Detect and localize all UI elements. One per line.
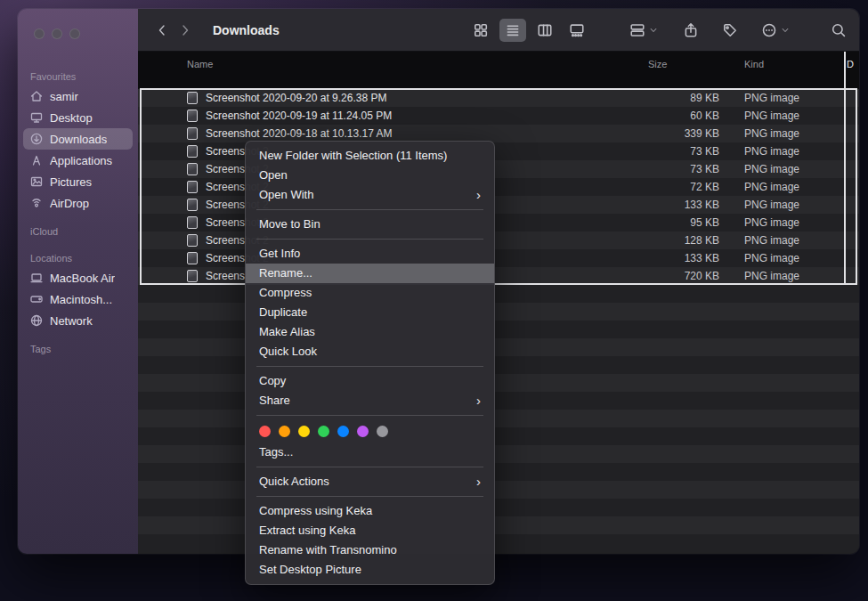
file-thumbnail-icon [187,127,198,140]
menu-item-make-alias[interactable]: Make Alias [246,322,494,342]
tag-color-red-icon[interactable] [259,426,271,437]
file-size: 60 KB [648,110,719,122]
menu-item-label: Set Desktop Picture [259,563,361,577]
menu-item-label: Rename... [259,266,312,280]
file-kind: PNG image [719,199,847,211]
menu-item-move-to-bin[interactable]: Move to Bin [246,215,494,234]
table-row[interactable]: Screenshot 2020-09-18 at 10.13.17 AM339 … [138,125,859,142]
menu-item-quick-actions[interactable]: Quick Actions› [246,472,494,491]
menu-item-tags[interactable]: Tags... [246,443,494,462]
sidebar-item-pictures[interactable]: Pictures [23,171,133,192]
menu-item-get-info[interactable]: Get Info [246,244,494,264]
tag-color-blue-icon[interactable] [337,426,349,437]
gallery-view-icon [569,22,585,38]
file-thumbnail-icon [187,110,198,122]
menu-item-rename[interactable]: Rename... [246,264,494,283]
column-header-kind[interactable]: Kind [719,59,847,69]
file-size: 72 KB [648,181,719,193]
toolbar-actions [467,19,847,42]
zoom-window-button[interactable] [69,28,80,39]
tag-color-orange-icon[interactable] [279,426,290,437]
menu-item-label: Extract using Keka [259,524,355,538]
menu-item-new-folder-with-selection-11-items[interactable]: New Folder with Selection (11 Items) [246,146,494,166]
tag-color-yellow-icon[interactable] [298,426,310,437]
search-icon [831,22,847,38]
sidebar-item-macbook-air[interactable]: MacBook Air [23,267,133,288]
sidebar-item-label: Applications [50,154,112,167]
window-controls [18,28,138,39]
menu-item-quick-look[interactable]: Quick Look [246,342,494,361]
tags-button[interactable] [722,22,738,38]
list-view-icon [505,22,521,38]
table-row[interactable]: Screenshot 2020-09-19 at 11.24.05 PM60 K… [138,107,859,125]
file-kind: PNG image [719,216,847,229]
sidebar: FavouritessamirDesktopDownloadsApplicati… [18,9,138,554]
sidebar-item-label: Desktop [50,111,93,125]
forward-button[interactable] [174,19,197,42]
menu-item-set-desktop-picture[interactable]: Set Desktop Picture [246,560,494,580]
file-size: 95 KB [648,216,719,229]
sidebar-item-downloads[interactable]: Downloads [23,128,133,150]
chevron-right-icon [178,23,192,37]
menu-item-label: Open [259,168,288,183]
columns-view-button[interactable] [531,19,558,42]
tag-color-gray-icon[interactable] [377,426,388,437]
toolbar: Downloads [138,9,859,52]
menu-item-share[interactable]: Share› [246,391,494,410]
chevron-left-icon [155,23,169,37]
file-size: 128 KB [648,234,719,247]
menu-item-open[interactable]: Open [246,166,494,185]
tag-color-purple-icon[interactable] [357,426,369,437]
downloads-icon [29,132,44,146]
grid-view-icon [473,22,489,38]
menu-item-compress[interactable]: Compress [246,283,494,303]
menu-item-open-with[interactable]: Open With› [246,185,494,205]
menu-separator [256,415,483,416]
share-button[interactable] [683,22,699,38]
grid-view-button[interactable] [467,19,494,42]
file-size: 133 KB [648,199,719,211]
menu-item-label: Copy [259,374,286,388]
menu-separator [256,467,483,467]
close-window-button[interactable] [34,28,45,39]
ellipsis-circle-icon [761,22,777,38]
columns-view-icon [537,22,553,38]
column-headers: Name Size Kind D [138,52,859,89]
column-header-size[interactable]: Size [648,59,719,69]
menu-item-extract-using-keka[interactable]: Extract using Keka [246,521,494,540]
sidebar-item-macintosh[interactable]: Macintosh... [23,288,133,310]
harddrive-icon [29,292,44,306]
menu-item-duplicate[interactable]: Duplicate [246,303,494,322]
menu-item-rename-with-transnomino[interactable]: Rename with Transnomino [246,540,494,560]
list-view-button[interactable] [499,19,526,42]
window-title: Downloads [213,23,280,37]
sidebar-item-applications[interactable]: Applications [23,150,133,171]
file-kind: PNG image [719,163,847,175]
file-thumbnail-icon [187,145,198,158]
back-button[interactable] [150,19,174,42]
home-icon [29,89,44,103]
menu-separator [256,239,483,240]
sidebar-item-desktop[interactable]: Desktop [23,107,133,128]
column-header-name[interactable]: Name [187,59,648,69]
file-size: 339 KB [648,127,719,140]
applications-icon [29,153,44,167]
search-button[interactable] [831,22,847,38]
group-button[interactable] [629,22,658,38]
menu-item-label: Share [259,394,290,408]
gallery-view-button[interactable] [564,19,590,42]
sidebar-item-airdrop[interactable]: AirDrop [23,192,133,214]
sidebar-item-samir[interactable]: samir [23,85,133,107]
column-header-date[interactable]: D [847,59,859,69]
sidebar-item-network[interactable]: Network [23,310,133,331]
file-size: 720 KB [648,270,719,282]
menu-item-copy[interactable]: Copy [246,371,494,391]
tags-icon [722,22,738,38]
menu-item-label: Quick Actions [259,475,329,489]
more-button[interactable] [761,22,790,38]
menu-item-compress-using-keka[interactable]: Compress using Keka [246,501,494,521]
file-name: Screenshot 2020-09-18 at 10.13.17 AM [206,127,648,140]
minimize-window-button[interactable] [52,28,62,39]
tag-color-green-icon[interactable] [318,426,329,437]
table-row[interactable]: Screenshot 2020-09-20 at 9.26.38 PM89 KB… [138,89,859,107]
